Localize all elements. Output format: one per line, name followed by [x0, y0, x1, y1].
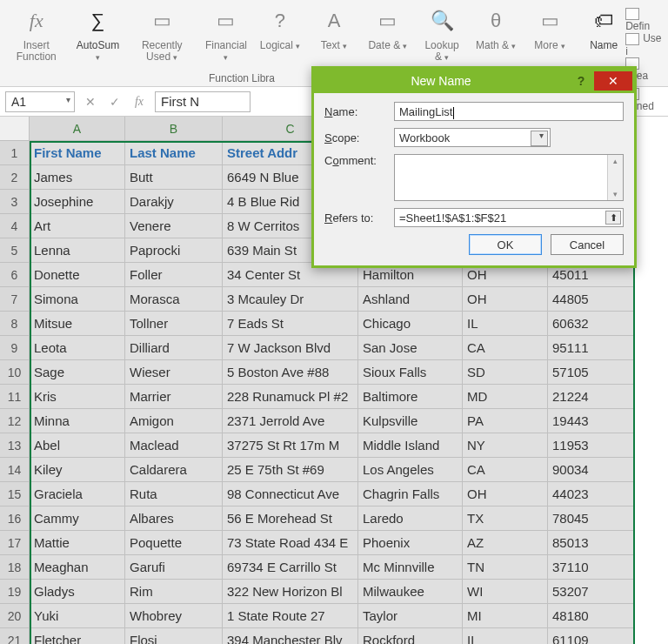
cell[interactable]: Simona: [30, 287, 125, 312]
cell[interactable]: SD: [463, 360, 548, 385]
ok-button[interactable]: OK: [469, 234, 542, 255]
cell[interactable]: Kris: [30, 385, 125, 409]
cell[interactable]: Leota: [30, 336, 125, 360]
cell[interactable]: 322 New Horizon Bl: [223, 580, 358, 604]
refers-to-input[interactable]: =Sheet1!$A$1:$F$21 ⬆: [394, 208, 624, 227]
cell[interactable]: Cammy: [30, 506, 125, 531]
cell[interactable]: 53207: [548, 580, 635, 604]
cell[interactable]: 228 Runamuck Pl #2: [223, 385, 358, 409]
cell[interactable]: 44805: [548, 287, 635, 312]
cell[interactable]: WI: [463, 580, 548, 604]
cell[interactable]: Whobrey: [125, 604, 223, 628]
cell[interactable]: 98 Connecticut Ave: [223, 482, 358, 506]
cell[interactable]: 21224: [548, 385, 635, 409]
header-cell[interactable]: Last Name: [125, 141, 223, 165]
cell[interactable]: 57105: [548, 360, 635, 385]
ribbon-logical[interactable]: ? Logical ▾: [255, 2, 305, 53]
cell[interactable]: Rim: [125, 580, 223, 604]
cell[interactable]: Darakjy: [125, 190, 223, 214]
cell[interactable]: San Jose: [358, 336, 463, 360]
dialog-titlebar[interactable]: New Name ? ✕: [314, 69, 634, 93]
cell[interactable]: CA: [463, 336, 548, 360]
cell[interactable]: Garufi: [125, 555, 223, 580]
cell[interactable]: Phoenix: [358, 531, 463, 555]
cell[interactable]: 37110: [548, 555, 635, 580]
row-header[interactable]: 5: [0, 238, 30, 263]
select-all-corner[interactable]: [0, 117, 30, 141]
row-header[interactable]: 7: [0, 287, 30, 312]
cell[interactable]: Maclead: [125, 433, 223, 458]
cell[interactable]: Ruta: [125, 482, 223, 506]
cell[interactable]: 85013: [548, 531, 635, 555]
cell[interactable]: 2371 Jerrold Ave: [223, 409, 358, 433]
cell[interactable]: Middle Island: [358, 433, 463, 458]
cell[interactable]: MD: [463, 385, 548, 409]
cell[interactable]: Gladys: [30, 580, 125, 604]
ribbon-date[interactable]: ▭ Date & ▾: [363, 2, 413, 53]
define-name-button[interactable]: Defin: [625, 7, 665, 32]
cell[interactable]: Marrier: [125, 385, 223, 409]
cell[interactable]: Tollner: [125, 312, 223, 336]
cell[interactable]: James: [30, 165, 125, 190]
cell[interactable]: TN: [463, 555, 548, 580]
cell[interactable]: Mc Minnville: [358, 555, 463, 580]
name-input[interactable]: MailingList: [394, 102, 624, 121]
cell[interactable]: Baltimore: [358, 385, 463, 409]
cell[interactable]: Milwaukee: [358, 580, 463, 604]
cell[interactable]: Venere: [125, 214, 223, 238]
cell[interactable]: Chagrin Falls: [358, 482, 463, 506]
scrollbar[interactable]: ▴▾: [607, 155, 623, 200]
cell[interactable]: Butt: [125, 165, 223, 190]
cell[interactable]: MI: [463, 604, 548, 628]
cell[interactable]: 7 W Jackson Blvd: [223, 336, 358, 360]
cell[interactable]: 69734 E Carrillo St: [223, 555, 358, 580]
ribbon-recent[interactable]: ▭ Recently Used ▾: [127, 2, 197, 64]
ribbon-insert-function[interactable]: fx Insert Function: [3, 2, 70, 64]
cell[interactable]: 11953: [548, 433, 635, 458]
ribbon-financial[interactable]: ▭ Financial ▾: [201, 2, 251, 64]
row-header[interactable]: 19: [0, 580, 30, 604]
cell[interactable]: Abel: [30, 433, 125, 458]
cell[interactable]: OH: [463, 482, 548, 506]
ribbon-more[interactable]: ▭ More ▾: [524, 2, 575, 53]
cell[interactable]: Ashland: [358, 287, 463, 312]
row-header[interactable]: 9: [0, 336, 30, 360]
ribbon-text[interactable]: A Text ▾: [309, 2, 359, 53]
cell[interactable]: Foller: [125, 263, 223, 287]
cell[interactable]: 37275 St Rt 17m M: [223, 433, 358, 458]
cancel-button[interactable]: Cancel: [551, 234, 624, 255]
cell[interactable]: Fletcher: [30, 628, 125, 644]
row-header[interactable]: 1: [0, 141, 30, 165]
row-header[interactable]: 16: [0, 506, 30, 531]
cell[interactable]: Josephine: [30, 190, 125, 214]
cell[interactable]: Morasca: [125, 287, 223, 312]
cell[interactable]: Caldarera: [125, 458, 223, 482]
cell[interactable]: TX: [463, 506, 548, 531]
row-header[interactable]: 8: [0, 312, 30, 336]
use-in-formula-button[interactable]: Use i: [625, 32, 665, 57]
row-header[interactable]: 20: [0, 604, 30, 628]
ribbon-autosum[interactable]: ∑ AutoSum ▾: [73, 2, 124, 64]
close-icon[interactable]: ✕: [594, 71, 632, 91]
fx-button-icon[interactable]: fx: [130, 95, 148, 109]
name-box[interactable]: A1: [5, 91, 75, 112]
cell[interactable]: 95111: [548, 336, 635, 360]
cell[interactable]: Kulpsville: [358, 409, 463, 433]
cell[interactable]: 78045: [548, 506, 635, 531]
cell[interactable]: NY: [463, 433, 548, 458]
cell[interactable]: PA: [463, 409, 548, 433]
cell[interactable]: Rockford: [358, 628, 463, 644]
row-header[interactable]: 4: [0, 214, 30, 238]
cell[interactable]: Paprocki: [125, 238, 223, 263]
cell[interactable]: CA: [463, 458, 548, 482]
row-header[interactable]: 15: [0, 482, 30, 506]
cell[interactable]: Flosi: [125, 628, 223, 644]
range-picker-icon[interactable]: ⬆: [605, 211, 621, 225]
cell[interactable]: Yuki: [30, 604, 125, 628]
cell[interactable]: 19443: [548, 409, 635, 433]
cell[interactable]: Mitsue: [30, 312, 125, 336]
cell[interactable]: Taylor: [358, 604, 463, 628]
cell[interactable]: Laredo: [358, 506, 463, 531]
cell[interactable]: 60632: [548, 312, 635, 336]
cell[interactable]: Los Angeles: [358, 458, 463, 482]
